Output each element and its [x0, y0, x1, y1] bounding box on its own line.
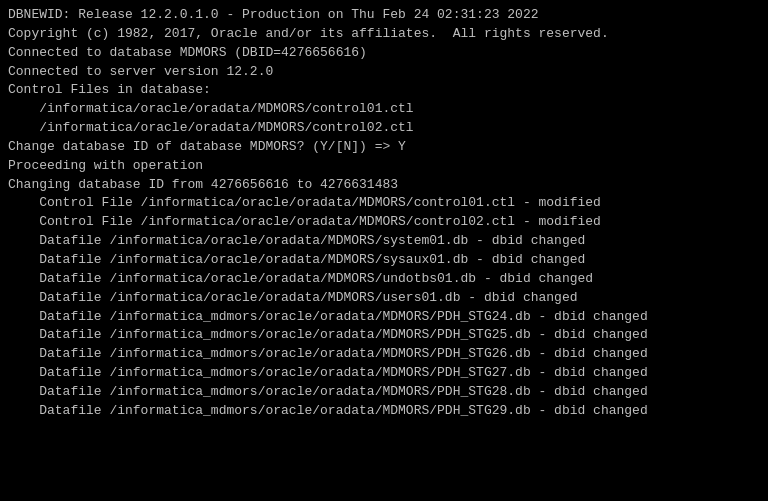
- terminal-line: /informatica/oracle/oradata/MDMORS/contr…: [8, 119, 760, 138]
- terminal-line: Datafile /informatica_mdmors/oracle/orad…: [8, 326, 760, 345]
- terminal-output: DBNEWID: Release 12.2.0.1.0 - Production…: [8, 6, 760, 421]
- terminal-line: Changing database ID from 4276656616 to …: [8, 176, 760, 195]
- terminal-line: DBNEWID: Release 12.2.0.1.0 - Production…: [8, 6, 760, 25]
- terminal-line: Datafile /informatica/oracle/oradata/MDM…: [8, 251, 760, 270]
- terminal-line: Control File /informatica/oracle/oradata…: [8, 194, 760, 213]
- terminal-line: Change database ID of database MDMORS? (…: [8, 138, 760, 157]
- terminal-line: Connected to database MDMORS (DBID=42766…: [8, 44, 760, 63]
- terminal-line: Datafile /informatica_mdmors/oracle/orad…: [8, 402, 760, 421]
- terminal-line: Datafile /informatica_mdmors/oracle/orad…: [8, 308, 760, 327]
- terminal-line: Proceeding with operation: [8, 157, 760, 176]
- terminal-line: Datafile /informatica/oracle/oradata/MDM…: [8, 232, 760, 251]
- terminal-line: Control Files in database:: [8, 81, 760, 100]
- terminal-line: Datafile /informatica_mdmors/oracle/orad…: [8, 364, 760, 383]
- terminal-line: Datafile /informatica_mdmors/oracle/orad…: [8, 383, 760, 402]
- terminal-line: Datafile /informatica/oracle/oradata/MDM…: [8, 289, 760, 308]
- terminal-line: Connected to server version 12.2.0: [8, 63, 760, 82]
- terminal-line: Datafile /informatica/oracle/oradata/MDM…: [8, 270, 760, 289]
- terminal-line: Datafile /informatica_mdmors/oracle/orad…: [8, 345, 760, 364]
- terminal-line: /informatica/oracle/oradata/MDMORS/contr…: [8, 100, 760, 119]
- terminal-line: Control File /informatica/oracle/oradata…: [8, 213, 760, 232]
- terminal-line: Copyright (c) 1982, 2017, Oracle and/or …: [8, 25, 760, 44]
